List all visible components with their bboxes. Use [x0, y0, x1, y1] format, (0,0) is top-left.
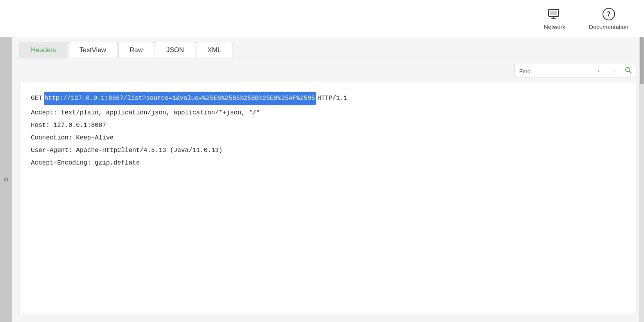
- tab-textview[interactable]: TextView: [68, 42, 117, 58]
- main-content: Headers TextView Raw JSON XML ← → GET ht…: [12, 37, 644, 322]
- documentation-nav-item[interactable]: ? Documentation: [589, 7, 628, 30]
- header-line-4: Accept-Encoding: gzip,deflate: [31, 157, 625, 169]
- right-scrollbar[interactable]: [639, 37, 644, 322]
- header-line-2: Connection: Keep-Alive: [31, 132, 625, 144]
- find-input-wrapper: ← →: [514, 64, 636, 78]
- svg-text:?: ?: [607, 10, 610, 18]
- svg-line-7: [630, 71, 631, 73]
- find-bar: ← →: [12, 58, 644, 82]
- find-next-button[interactable]: →: [607, 65, 621, 77]
- documentation-label: Documentation: [589, 24, 628, 30]
- network-icon: [548, 7, 562, 21]
- header-line-0: Accept: text/plain, application/json, ap…: [31, 107, 625, 119]
- content-panel: GET http://127.0.0.1:8087/list?source=1&…: [20, 82, 636, 314]
- network-nav-item[interactable]: Network: [544, 7, 565, 30]
- tab-json[interactable]: JSON: [155, 42, 195, 58]
- tabs-bar: Headers TextView Raw JSON XML: [12, 37, 644, 58]
- documentation-icon: ?: [602, 7, 616, 21]
- find-search-button[interactable]: [621, 64, 636, 78]
- sidebar-letter: G: [3, 177, 9, 182]
- request-protocol: HTTP/1.1: [317, 92, 347, 105]
- scrollbar-thumb: [640, 37, 644, 84]
- tab-raw[interactable]: Raw: [118, 42, 154, 58]
- request-url: http://127.0.0.1:8087/list?source=1&valu…: [44, 92, 316, 105]
- find-input[interactable]: [514, 65, 593, 78]
- find-prev-button[interactable]: ←: [593, 65, 607, 77]
- request-method: GET: [31, 92, 42, 105]
- tab-xml[interactable]: XML: [196, 42, 232, 58]
- tab-headers[interactable]: Headers: [20, 42, 67, 58]
- top-toolbar: Network ? Documentation: [0, 0, 644, 37]
- request-line: GET http://127.0.0.1:8087/list?source=1&…: [31, 92, 625, 105]
- header-line-3: User-Agent: Apache-HttpClient/4.5.13 (Ja…: [31, 144, 625, 157]
- network-label: Network: [544, 24, 565, 30]
- left-sidebar: G: [0, 37, 12, 322]
- header-line-1: Host: 127.0.0.1:8087: [31, 119, 625, 132]
- svg-rect-3: [550, 11, 557, 15]
